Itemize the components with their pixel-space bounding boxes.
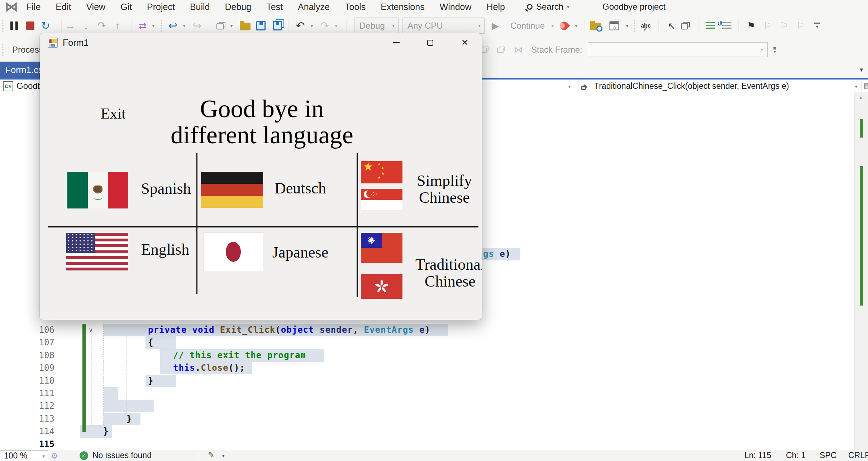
chevron-down-icon: ▾ [568, 84, 571, 89]
navigate-forward-icon[interactable]: ↪ [192, 20, 201, 31]
new-window-icon[interactable] [216, 23, 224, 29]
menu-item-analyze[interactable]: Analyze [290, 0, 337, 14]
menu-item-test[interactable]: Test [259, 0, 290, 14]
pause-icon[interactable] [10, 21, 18, 30]
fold-collapse-icon[interactable]: ∨ [89, 324, 93, 336]
dropdown-arrow[interactable]: ▾ [335, 23, 338, 28]
form-title-bar[interactable]: Form1 ✕ [40, 33, 482, 52]
menu-item-project[interactable]: Project [139, 0, 182, 14]
split-window-icon[interactable]: ▤ [864, 81, 868, 90]
heading-line1: Good bye in [140, 96, 384, 122]
selection-highlight [104, 400, 154, 412]
solution-configuration-dropdown[interactable]: Debug▾ [354, 18, 399, 34]
step-out-icon[interactable]: ↑ [115, 21, 120, 31]
show-next-statement-icon[interactable]: → [65, 21, 75, 31]
line-indicator[interactable]: Ln: 115 [744, 451, 771, 460]
deutsch-button[interactable]: Deutsch [268, 180, 333, 197]
stack-frame-dropdown[interactable]: ▾ [588, 42, 768, 57]
restart-icon[interactable]: ↻ [41, 20, 50, 31]
format-document-icon[interactable] [706, 22, 715, 30]
vertical-scrollbar[interactable]: ▲ [854, 92, 868, 450]
menu-item-git[interactable]: Git [113, 0, 139, 14]
english-button[interactable]: English [133, 241, 197, 258]
navigate-back-icon[interactable]: ↩ [168, 20, 177, 31]
menu-item-build[interactable]: Build [182, 0, 218, 14]
minimize-button[interactable] [385, 33, 407, 52]
maximize-button[interactable] [419, 33, 441, 52]
menu-item-window[interactable]: Window [432, 0, 479, 14]
spell-check-icon[interactable]: abc✓ [641, 23, 651, 29]
toolbar-overflow-button[interactable]: ▾ [814, 23, 820, 29]
dropdown-arrow[interactable]: ▾ [152, 23, 155, 28]
issues-status[interactable]: No issues found [92, 451, 152, 460]
redo-icon[interactable]: ↷ [320, 20, 329, 31]
previous-bookmark-icon[interactable]: ⚐ [763, 21, 772, 30]
usa-flag[interactable] [66, 233, 128, 270]
singapore-flag[interactable] [361, 189, 402, 210]
code-cleanup-icon[interactable]: ✎ [208, 451, 214, 460]
home-window-icon[interactable]: ⌂ [610, 21, 619, 30]
exit-button[interactable]: Exit [94, 105, 133, 122]
dropdown-arrow[interactable]: ▾ [552, 23, 554, 28]
process-label: Process [12, 45, 43, 55]
step-over-icon[interactable]: ↷ [97, 21, 106, 31]
line-number: 109 [22, 362, 54, 374]
toggle-bookmark-icon[interactable]: ⚑ [747, 21, 755, 30]
save-all-icon[interactable] [273, 21, 282, 30]
document-list-dropdown[interactable]: ▼ [859, 67, 864, 73]
open-file-icon[interactable] [240, 23, 251, 30]
dropdown-arrow[interactable]: ▾ [626, 23, 628, 28]
hot-reload-icon[interactable] [558, 20, 570, 32]
simplify-chinese-button[interactable]: Simplify Chinese [411, 172, 478, 206]
dropdown-arrow[interactable]: ▾ [230, 23, 233, 28]
member-dropdown[interactable]: ◆ TraditionalChinese_Click(object sender… [578, 80, 862, 92]
stop-icon[interactable] [26, 21, 34, 30]
document-health-icon[interactable]: ⚙ [51, 451, 58, 461]
continue-icon[interactable]: ▶ [492, 21, 499, 30]
continue-button[interactable]: Continue [510, 21, 545, 30]
zoom-dropdown[interactable]: 100 % ▾ [0, 450, 48, 461]
mexico-flag[interactable] [67, 172, 128, 208]
menu-item-view[interactable]: View [78, 0, 113, 14]
save-icon[interactable] [256, 21, 266, 30]
germany-flag[interactable] [201, 172, 263, 208]
hong-kong-flag[interactable] [361, 274, 402, 299]
copy-parallel-icon[interactable] [681, 23, 688, 29]
threads-icon[interactable] [497, 48, 504, 53]
visual-studio-logo: ⋈ [5, 0, 18, 14]
undo-icon[interactable]: ↶ [296, 20, 305, 31]
menu-item-tools[interactable]: Tools [337, 0, 373, 14]
solution-platform-dropdown[interactable]: Any CPU▾ [402, 18, 485, 34]
dropdown-arrow[interactable]: ▾ [311, 23, 313, 28]
menu-item-file[interactable]: File [19, 0, 48, 14]
search-control[interactable]: Search ▾ [527, 0, 569, 14]
run-to-cursor-icon[interactable]: ⇄ [139, 21, 147, 30]
thread-icon[interactable]: ⋈ [514, 45, 523, 55]
spanish-button[interactable]: Spanish [134, 180, 198, 197]
step-into-icon[interactable]: ↓ [84, 21, 89, 31]
menu-item-help[interactable]: Help [479, 0, 512, 14]
column-indicator[interactable]: Ch: 1 [786, 451, 806, 460]
spaces-indicator[interactable]: SPC [820, 451, 836, 460]
close-button[interactable]: ✕ [454, 33, 476, 52]
clear-bookmarks-icon[interactable]: ⚐ [796, 21, 805, 30]
japanese-button[interactable]: Japanese [268, 244, 333, 261]
dropdown-arrow[interactable]: ▾ [183, 23, 186, 28]
menu-item-edit[interactable]: Edit [48, 0, 78, 14]
toolbar-overflow-button[interactable]: ≡▾ [773, 46, 777, 53]
dropdown-arrow[interactable]: ▾ [575, 23, 578, 28]
select-pointer-icon[interactable]: ↖ [668, 21, 676, 30]
next-bookmark-icon[interactable]: ⚐ [780, 21, 788, 30]
chevron-down-icon: ▾ [567, 4, 569, 10]
traditional-chinese-button[interactable]: Traditional Chinese [406, 256, 482, 290]
taiwan-flag[interactable] [361, 233, 402, 263]
japan-flag[interactable] [204, 232, 263, 271]
format-selection-icon[interactable]: ↺ [722, 22, 731, 30]
china-flag[interactable]: ★ ★ ★ ★ ★ [361, 161, 402, 183]
menu-item-debug[interactable]: Debug [218, 0, 259, 14]
line-number: 114 [22, 425, 54, 438]
menu-item-extensions[interactable]: Extensions [373, 0, 432, 14]
browse-all-files-icon[interactable] [590, 23, 601, 30]
scroll-up-arrow[interactable]: ▲ [858, 95, 863, 100]
line-endings-indicator[interactable]: CRLF [848, 451, 868, 460]
